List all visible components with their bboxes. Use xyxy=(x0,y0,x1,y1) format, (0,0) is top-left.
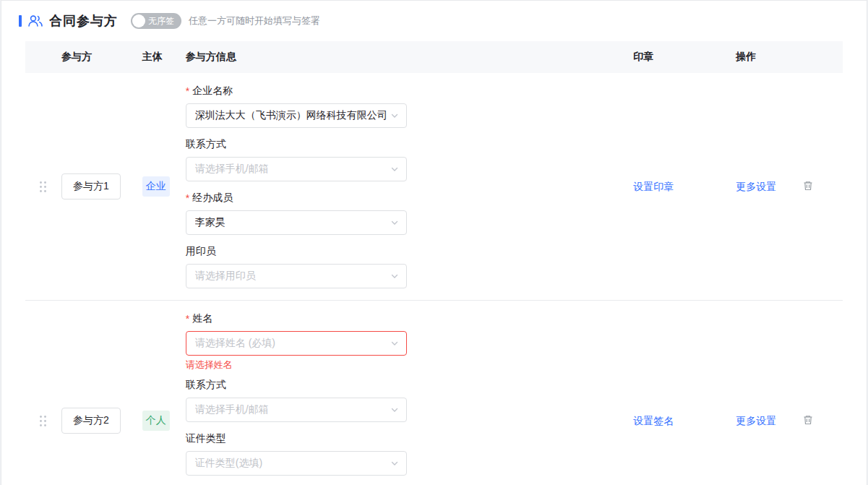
chevron-down-icon xyxy=(390,272,399,280)
page-title: 合同参与方 xyxy=(49,12,118,30)
chevron-down-icon xyxy=(390,339,399,348)
handler-member-select[interactable]: 李家昊 xyxy=(186,210,407,235)
more-settings-link[interactable]: 更多设置 xyxy=(736,181,776,192)
participant-name-input[interactable] xyxy=(61,408,121,434)
field-label: 证件类型 xyxy=(186,432,407,445)
trash-icon xyxy=(802,180,814,194)
accent-bar xyxy=(19,15,22,27)
field-label: 用印员 xyxy=(186,245,407,258)
field-label: 企业名称 xyxy=(186,85,407,98)
seal-user-select[interactable]: 请选择用印员 xyxy=(186,264,407,288)
delete-participant-button[interactable] xyxy=(801,179,815,195)
select-placeholder: 证件类型(选填) xyxy=(195,457,390,470)
unordered-sign-toggle[interactable]: 无序签 xyxy=(131,13,181,29)
subject-badge-enterprise: 企业 xyxy=(142,176,170,197)
select-value: 李家昊 xyxy=(195,216,390,229)
set-seal-link[interactable]: 设置印章 xyxy=(633,181,674,192)
participants-icon xyxy=(27,14,43,27)
select-placeholder: 请选择手机/邮箱 xyxy=(195,403,390,416)
contact-select[interactable]: 请选择手机/邮箱 xyxy=(186,157,407,181)
chevron-down-icon xyxy=(390,111,399,120)
select-value: 深圳法大大（飞书演示）网络科技有限公司 xyxy=(195,109,390,122)
chevron-down-icon xyxy=(390,405,399,414)
chevron-down-icon xyxy=(390,218,399,227)
company-name-select[interactable]: 深圳法大大（飞书演示）网络科技有限公司 xyxy=(186,103,407,128)
col-header-info: 参与方信息 xyxy=(186,51,633,64)
col-header-participant: 参与方 xyxy=(61,51,141,64)
field-label: 姓名 xyxy=(186,312,407,325)
participant-name-input[interactable] xyxy=(61,173,121,199)
drag-handle[interactable] xyxy=(39,415,47,427)
set-signature-link[interactable]: 设置签名 xyxy=(633,415,674,426)
id-type-select[interactable]: 证件类型(选填) xyxy=(186,451,407,476)
subject-badge-person: 个人 xyxy=(142,411,170,431)
contact-select[interactable]: 请选择手机/邮箱 xyxy=(186,398,407,422)
participant-row-1: 企业 企业名称 深圳法大大（飞书演示）网络科技有限公司 联系方式 xyxy=(25,73,843,301)
delete-participant-button[interactable] xyxy=(801,413,815,429)
trash-icon xyxy=(802,414,814,428)
field-error-message: 请选择姓名 xyxy=(186,359,407,369)
select-placeholder: 请选择手机/邮箱 xyxy=(195,163,390,176)
field-label: 联系方式 xyxy=(186,379,407,392)
person-name-select[interactable]: 请选择姓名 (必填) xyxy=(186,331,407,356)
contract-participants-panel: 合同参与方 无序签 任意一方可随时开始填写与签署 参与方 主体 参与方信息 印章… xyxy=(1,0,867,485)
chevron-down-icon xyxy=(390,165,399,173)
table-header-row: 参与方 主体 参与方信息 印章 操作 xyxy=(25,41,843,73)
field-label: 经办成员 xyxy=(186,192,407,205)
select-placeholder: 请选择姓名 (必填) xyxy=(195,337,390,350)
participant-row-2: 个人 姓名 请选择姓名 (必填) 请选择姓名 xyxy=(25,301,843,485)
more-settings-link[interactable]: 更多设置 xyxy=(736,415,776,426)
col-header-subject: 主体 xyxy=(141,51,186,64)
col-header-seal: 印章 xyxy=(633,51,736,64)
chevron-down-icon xyxy=(390,459,399,468)
header-hint: 任意一方可随时开始填写与签署 xyxy=(189,14,320,27)
participants-table: 参与方 主体 参与方信息 印章 操作 企业 xyxy=(25,41,843,485)
drag-handle[interactable] xyxy=(39,181,47,193)
col-header-actions: 操作 xyxy=(736,51,801,64)
toggle-label: 无序签 xyxy=(148,15,174,27)
select-placeholder: 请选择用印员 xyxy=(195,270,390,283)
section-header: 合同参与方 无序签 任意一方可随时开始填写与签署 xyxy=(1,1,867,41)
toggle-knob xyxy=(132,14,145,27)
field-label: 联系方式 xyxy=(186,138,407,151)
